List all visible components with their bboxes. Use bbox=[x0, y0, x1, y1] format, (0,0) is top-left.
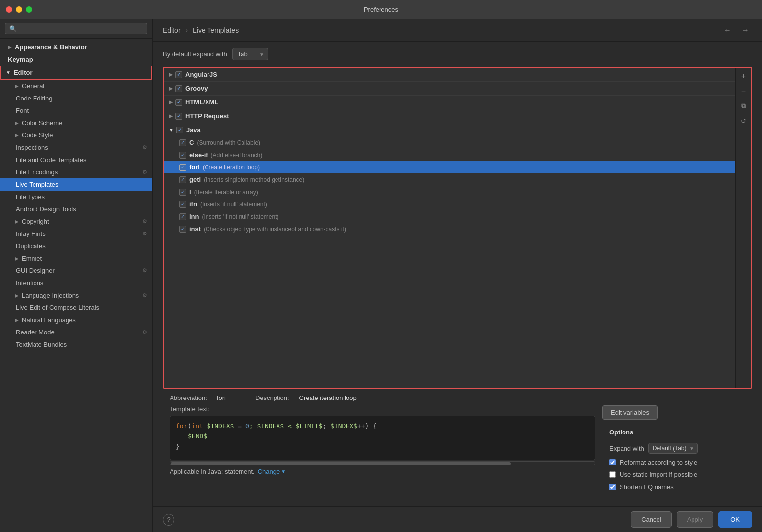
sidebar-item-code-editing[interactable]: Code Editing bbox=[0, 92, 152, 104]
applicable-row: Applicable in Java: statement. Change ▼ bbox=[170, 468, 595, 475]
sidebar-item-inlay-hints[interactable]: Inlay Hints ⚙ bbox=[0, 228, 152, 240]
shorten-fq-row: Shorten FQ names bbox=[609, 483, 743, 491]
sidebar-item-file-types[interactable]: File Types bbox=[0, 191, 152, 203]
code-cond: ; $INDEX$ < $LIMIT$ bbox=[249, 422, 323, 430]
template-item-else-if[interactable]: else-if (Add else-if branch) bbox=[164, 149, 735, 161]
sidebar-item-gui-designer[interactable]: GUI Designer ⚙ bbox=[0, 265, 152, 277]
sidebar-item-live-edit[interactable]: Live Edit of Compose Literals bbox=[0, 301, 152, 314]
sidebar-item-intentions[interactable]: Intentions bbox=[0, 277, 152, 289]
cancel-button[interactable]: Cancel bbox=[631, 511, 671, 528]
inst-checkbox[interactable] bbox=[179, 226, 186, 233]
sidebar-item-code-style[interactable]: ▶ Code Style bbox=[0, 129, 152, 141]
c-checkbox[interactable] bbox=[179, 139, 186, 146]
template-abbr: fori bbox=[189, 164, 200, 171]
template-item-inst[interactable]: inst (Checks object type with instanceof… bbox=[164, 223, 735, 235]
sidebar-item-inspections[interactable]: Inspections ⚙ bbox=[0, 141, 152, 154]
html-xml-checkbox[interactable] bbox=[175, 99, 182, 106]
sidebar-item-copyright[interactable]: ▶ Copyright ⚙ bbox=[0, 215, 152, 228]
code-editor[interactable]: for(int $INDEX$ = 0; $INDEX$ < $LIMIT$; … bbox=[170, 416, 595, 460]
template-group-angularjs: ▶ AngularJS bbox=[164, 68, 735, 82]
nav-back-button[interactable]: ← bbox=[721, 25, 734, 35]
sidebar-item-android-design[interactable]: Android Design Tools bbox=[0, 203, 152, 215]
sidebar-item-natural-languages[interactable]: ▶ Natural Languages bbox=[0, 314, 152, 326]
template-abbr: geti bbox=[189, 176, 201, 183]
restore-button[interactable]: ↺ bbox=[737, 114, 750, 127]
sidebar-item-lang-injections[interactable]: ▶ Language Injections ⚙ bbox=[0, 289, 152, 301]
template-desc: (Checks object type with instanceof and … bbox=[204, 226, 346, 233]
reformat-checkbox[interactable] bbox=[609, 459, 616, 466]
sidebar-item-label: TextMate Bundles bbox=[16, 341, 67, 348]
else-if-checkbox[interactable] bbox=[179, 152, 186, 159]
sidebar-item-keymap[interactable]: Keymap bbox=[0, 53, 152, 66]
static-import-checkbox[interactable] bbox=[609, 471, 616, 478]
apply-button[interactable]: Apply bbox=[677, 511, 714, 528]
template-group-groovy-header[interactable]: ▶ Groovy bbox=[164, 82, 735, 95]
template-desc: (Add else-if branch) bbox=[211, 152, 263, 159]
sidebar-item-general[interactable]: ▶ General bbox=[0, 80, 152, 92]
template-item-l[interactable]: l (Iterate Iterable or array) bbox=[164, 186, 735, 198]
settings-icon: ⚙ bbox=[142, 231, 147, 237]
sidebar-item-editor[interactable]: ▼ Editor bbox=[0, 66, 152, 80]
groovy-checkbox[interactable] bbox=[175, 85, 182, 92]
change-link[interactable]: Change ▼ bbox=[258, 468, 286, 475]
ok-button[interactable]: OK bbox=[718, 511, 752, 528]
shorten-fq-checkbox[interactable] bbox=[609, 484, 616, 490]
angularjs-checkbox[interactable] bbox=[175, 71, 182, 78]
sidebar-item-label: Inlay Hints bbox=[16, 230, 46, 237]
template-item-inn[interactable]: inn (Inserts 'if not null' statement) bbox=[164, 210, 735, 223]
template-group-html-xml: ▶ HTML/XML bbox=[164, 96, 735, 109]
bottom-bar: ? Cancel Apply OK bbox=[153, 506, 762, 532]
sidebar-item-textmate[interactable]: TextMate Bundles bbox=[0, 338, 152, 351]
template-group-html-xml-header[interactable]: ▶ HTML/XML bbox=[164, 96, 735, 109]
sidebar-item-file-encodings[interactable]: File Encodings ⚙ bbox=[0, 166, 152, 178]
sidebar-item-reader-mode[interactable]: Reader Mode ⚙ bbox=[0, 326, 152, 338]
sidebar-item-file-code-templates[interactable]: File and Code Templates bbox=[0, 154, 152, 166]
remove-button[interactable]: − bbox=[737, 85, 750, 98]
group-label: Groovy bbox=[185, 85, 208, 92]
inn-checkbox[interactable] bbox=[179, 213, 186, 220]
expand-select[interactable]: Tab Enter Space bbox=[232, 48, 268, 60]
expand-with-select[interactable]: Default (Tab) Tab Enter Space bbox=[648, 443, 698, 454]
l-checkbox[interactable] bbox=[179, 189, 186, 196]
maximize-button[interactable] bbox=[26, 6, 32, 13]
add-button[interactable]: + bbox=[737, 70, 750, 83]
template-group-angularjs-header[interactable]: ▶ AngularJS bbox=[164, 68, 735, 81]
code-line-3: } bbox=[176, 442, 589, 452]
template-item-geti[interactable]: geti (Inserts singleton method getInstan… bbox=[164, 173, 735, 186]
expand-icon: ▶ bbox=[169, 100, 173, 105]
template-group-groovy: ▶ Groovy bbox=[164, 82, 735, 96]
change-label: Change bbox=[258, 468, 280, 475]
edit-variables-button[interactable]: Edit variables bbox=[602, 405, 658, 420]
code-for: for bbox=[176, 422, 187, 430]
close-button[interactable] bbox=[6, 6, 12, 13]
code-index: $INDEX$ bbox=[203, 422, 234, 430]
sidebar-item-label: Code Style bbox=[22, 132, 53, 139]
geti-checkbox[interactable] bbox=[179, 176, 186, 183]
java-checkbox[interactable] bbox=[176, 127, 183, 133]
ifn-checkbox[interactable] bbox=[179, 201, 186, 208]
template-group-java-header[interactable]: ▼ Java bbox=[164, 123, 735, 136]
sidebar-item-emmet[interactable]: ▶ Emmet bbox=[0, 252, 152, 265]
nav-arrows: ← → bbox=[721, 25, 752, 35]
nav-forward-button[interactable]: → bbox=[738, 25, 752, 35]
sidebar-item-duplicates[interactable]: Duplicates bbox=[0, 240, 152, 252]
template-item-ifn[interactable]: ifn (Inserts 'if null' statement) bbox=[164, 198, 735, 210]
sidebar-item-label: Copyright bbox=[22, 218, 49, 225]
template-group-http-request-header[interactable]: ▶ HTTP Request bbox=[164, 109, 735, 123]
sidebar-item-label: Intentions bbox=[16, 279, 43, 287]
template-desc: (Surround with Callable) bbox=[197, 139, 260, 146]
sidebar-item-color-scheme[interactable]: ▶ Color Scheme bbox=[0, 117, 152, 129]
template-desc: (Create iteration loop) bbox=[203, 164, 260, 171]
code-scrollbar[interactable] bbox=[170, 461, 595, 465]
sidebar-item-appearance[interactable]: ▶ Appearance & Behavior bbox=[0, 41, 152, 53]
template-item-fori[interactable]: fori (Create iteration loop) bbox=[164, 161, 735, 173]
template-item-c[interactable]: C (Surround with Callable) bbox=[164, 136, 735, 149]
fori-checkbox[interactable] bbox=[179, 164, 186, 171]
help-button[interactable]: ? bbox=[163, 514, 174, 526]
sidebar-item-live-templates[interactable]: Live Templates bbox=[0, 178, 152, 191]
search-input[interactable] bbox=[5, 23, 147, 34]
minimize-button[interactable] bbox=[16, 6, 22, 13]
sidebar-item-font[interactable]: Font bbox=[0, 104, 152, 117]
copy-button[interactable]: ⧉ bbox=[737, 100, 750, 112]
http-request-checkbox[interactable] bbox=[175, 113, 182, 120]
